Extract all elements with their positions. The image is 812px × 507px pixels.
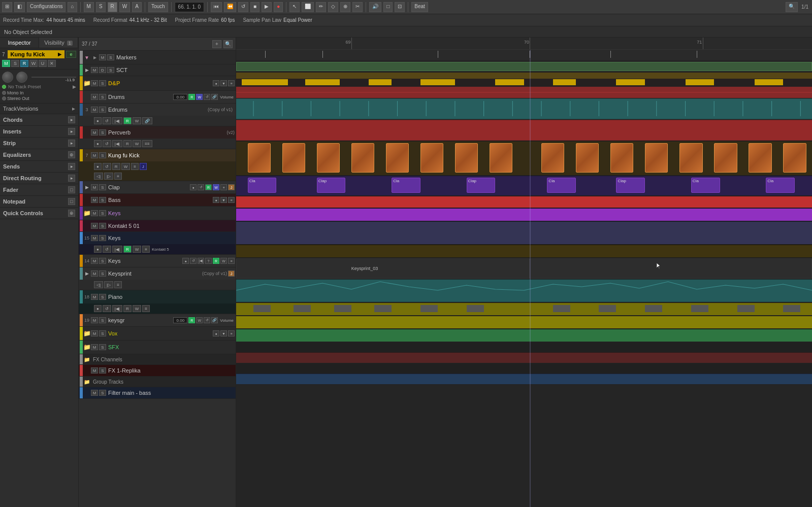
- bass-down[interactable]: ▼: [220, 197, 227, 203]
- track-name-box[interactable]: Kung fu Kick ▶: [8, 50, 64, 58]
- keys-s[interactable]: S: [99, 210, 106, 216]
- track-u-btn[interactable]: U: [39, 60, 47, 67]
- track-s-btn[interactable]: S: [11, 60, 19, 67]
- bass-eq[interactable]: ≡: [228, 197, 235, 203]
- percverb-link[interactable]: |◀|: [112, 140, 122, 147]
- notepad-section[interactable]: Notepad □: [0, 196, 78, 208]
- track-row-main-kick[interactable]: 7 M S Kung fu Kick: [79, 149, 236, 161]
- percverb-rec[interactable]: ●: [94, 140, 102, 147]
- vox-m[interactable]: M: [91, 330, 98, 336]
- markers-m[interactable]: M: [99, 54, 106, 60]
- rewind-btn[interactable]: ⏮: [211, 2, 222, 12]
- keys3-link[interactable]: |◀|: [198, 258, 204, 264]
- keys3-s[interactable]: S: [99, 258, 106, 264]
- equalizers-section[interactable]: Equalizers ⊕: [0, 149, 78, 161]
- piano-rec[interactable]: ●: [94, 305, 102, 312]
- fx1-s[interactable]: S: [99, 367, 106, 374]
- dnp-down[interactable]: ▼: [220, 80, 227, 86]
- config-btn[interactable]: Configurations: [27, 2, 66, 12]
- chords-section[interactable]: Chords ▸: [0, 114, 78, 126]
- clap-m[interactable]: M: [91, 184, 98, 190]
- keys3-w[interactable]: W: [220, 258, 227, 264]
- kick-rec[interactable]: ●: [94, 163, 102, 170]
- track-row-main-filter[interactable]: M S Filter main - bass: [79, 387, 236, 398]
- sends-section[interactable]: Sends ▸: [0, 161, 78, 173]
- beat-btn[interactable]: Beat: [411, 2, 428, 12]
- keys2-rec[interactable]: ●: [94, 246, 102, 253]
- track-row-main-drums[interactable]: M S Drums 0.00 R W ↺ 🔗 Volume: [79, 91, 236, 103]
- cursor-btn[interactable]: ↖: [289, 2, 300, 12]
- prev-btn[interactable]: ⏪: [224, 2, 236, 12]
- track-versions-expand[interactable]: ▸: [72, 105, 75, 112]
- piano-link[interactable]: |◀|: [112, 305, 122, 312]
- stop-btn[interactable]: ■: [250, 2, 259, 12]
- dnp-s[interactable]: S: [99, 80, 106, 86]
- track-r-btn[interactable]: R: [20, 60, 28, 67]
- drums-m[interactable]: M: [91, 94, 98, 100]
- kick-btn2[interactable]: |▷: [104, 173, 113, 180]
- track-w-btn[interactable]: W: [29, 60, 38, 67]
- keys3-m[interactable]: M: [91, 258, 98, 264]
- sct-clip[interactable]: [236, 62, 812, 71]
- kick-m[interactable]: M: [91, 152, 98, 158]
- drums-cycle[interactable]: ↺: [204, 94, 210, 100]
- fx1-m[interactable]: M: [91, 367, 98, 374]
- drums-w[interactable]: W: [196, 94, 203, 100]
- piano-cycle[interactable]: ↺: [103, 305, 111, 312]
- clap-r[interactable]: R: [205, 184, 212, 190]
- edrums-link2[interactable]: 🔗: [142, 117, 152, 124]
- keys2-s[interactable]: S: [99, 235, 106, 241]
- vox-rec[interactable]: ●: [213, 330, 219, 336]
- filter-m[interactable]: M: [91, 390, 98, 396]
- keys3-eq[interactable]: ≡: [228, 258, 235, 264]
- keys3-rec[interactable]: ●: [182, 258, 189, 264]
- vox-s[interactable]: S: [99, 330, 106, 336]
- edrums-m[interactable]: M: [91, 107, 98, 113]
- keysgr-r[interactable]: R: [188, 317, 195, 323]
- keysprint-btn1[interactable]: ◁|: [94, 281, 103, 288]
- edrums-s[interactable]: S: [99, 107, 106, 113]
- clap-s[interactable]: S: [99, 184, 106, 190]
- kick-active[interactable]: J: [140, 163, 147, 170]
- sct-m[interactable]: M: [91, 67, 98, 73]
- percverb-s[interactable]: S: [99, 129, 106, 136]
- track-versions-section[interactable]: TrackVersions ▸: [0, 104, 78, 114]
- clap-j[interactable]: J: [228, 184, 235, 190]
- keys2-r[interactable]: R: [123, 246, 132, 253]
- piano-eq[interactable]: ≡: [142, 305, 150, 312]
- keys2-w[interactable]: W: [133, 246, 142, 253]
- keysgr-link[interactable]: 🔗: [211, 317, 218, 323]
- keysprint-s[interactable]: S: [99, 271, 106, 277]
- clap-rec[interactable]: ●: [190, 184, 197, 190]
- filter-s[interactable]: S: [99, 390, 106, 396]
- keysgr-m[interactable]: M: [91, 317, 98, 323]
- dnp-m[interactable]: M: [91, 80, 98, 86]
- drums-r[interactable]: R: [188, 94, 195, 100]
- vox-eq[interactable]: ≡: [228, 330, 235, 336]
- keysgr-w[interactable]: W: [196, 317, 203, 323]
- kontakt-s[interactable]: S: [99, 223, 106, 229]
- mode-r[interactable]: R: [108, 2, 117, 12]
- track-x-btn[interactable]: ✕: [48, 60, 56, 67]
- pan-knob[interactable]: [2, 72, 13, 83]
- edrums-cycle[interactable]: ↺: [103, 117, 111, 124]
- cycle-btn[interactable]: ↺: [238, 2, 248, 12]
- piano-r[interactable]: R: [123, 305, 132, 312]
- clap-eq[interactable]: ≡: [220, 184, 227, 190]
- keys2-cycle[interactable]: ↺: [103, 246, 111, 253]
- edrums-w[interactable]: W: [133, 117, 142, 124]
- kick-s[interactable]: S: [99, 152, 106, 158]
- tab-inspector[interactable]: Inspector: [0, 38, 39, 48]
- percverb-cycle[interactable]: ↺: [103, 140, 111, 147]
- vol-knob[interactable]: [16, 72, 27, 83]
- keys3-q[interactable]: ?: [205, 258, 212, 264]
- sfx-s[interactable]: S: [99, 344, 106, 350]
- track-row-main-bass[interactable]: M S Bass ● ▼ ≡: [79, 194, 236, 206]
- dnp-eq[interactable]: ≡: [228, 80, 235, 86]
- keysprint-j[interactable]: J: [228, 271, 235, 277]
- clap-link[interactable]: ↺: [198, 184, 204, 190]
- erase-btn[interactable]: ◇: [328, 2, 338, 12]
- piano-s[interactable]: S: [99, 294, 106, 300]
- track-row-main-markers[interactable]: ▼ ▶ M S Markers: [79, 51, 236, 64]
- keysgr-cycle[interactable]: ↺: [204, 317, 210, 323]
